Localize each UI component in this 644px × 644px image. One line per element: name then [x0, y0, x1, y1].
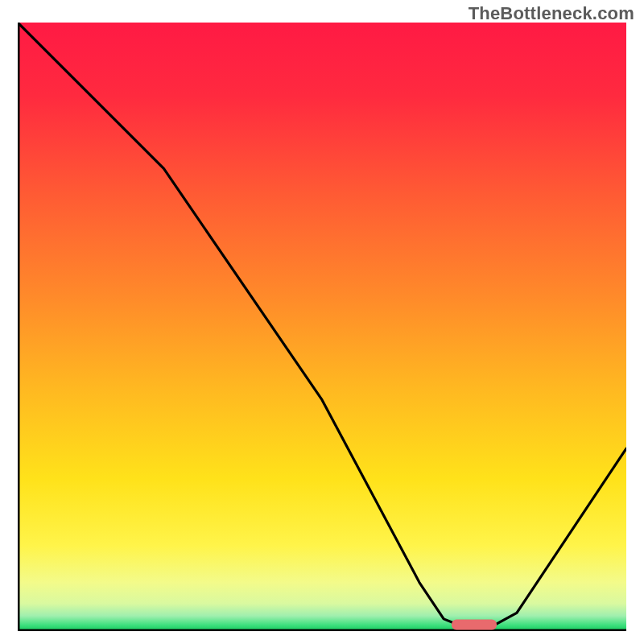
- chart-svg: [18, 23, 626, 631]
- chart-container: TheBottleneck.com: [0, 0, 644, 644]
- plot-area: [18, 23, 626, 631]
- watermark-text: TheBottleneck.com: [469, 3, 634, 24]
- optimal-marker: [452, 619, 497, 630]
